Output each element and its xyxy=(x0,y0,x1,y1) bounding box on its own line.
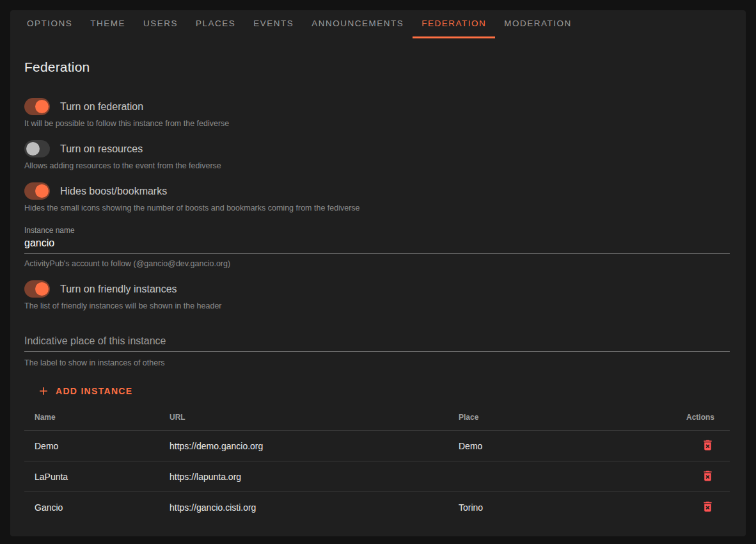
friendly-instances-toggle-label: Turn on friendly instances xyxy=(60,284,177,295)
instance-place: Torino xyxy=(448,502,653,513)
trusted-instances-table: Name URL Place Actions Demo https://demo… xyxy=(24,404,730,523)
hide-boost-toggle-hint: Hides the small icons showing the number… xyxy=(24,204,730,213)
resources-toggle[interactable] xyxy=(24,140,50,157)
admin-tabbar: OPTIONS THEME USERS PLACES EVENTS ANNOUN… xyxy=(10,10,746,38)
federation-toggle[interactable] xyxy=(24,98,50,115)
instance-place-input[interactable] xyxy=(24,333,730,352)
tab-events[interactable]: EVENTS xyxy=(244,10,303,38)
tab-announcements[interactable]: ANNOUNCEMENTS xyxy=(303,10,413,38)
tab-users[interactable]: USERS xyxy=(134,10,187,38)
tab-places[interactable]: PLACES xyxy=(187,10,244,38)
resources-toggle-hint: Allows adding resources to the event fro… xyxy=(24,161,730,171)
header-name: Name xyxy=(24,413,159,422)
tab-theme[interactable]: THEME xyxy=(81,10,134,38)
instance-place: Demo xyxy=(448,441,653,451)
add-instance-button[interactable]: ADD INSTANCE xyxy=(29,380,140,403)
instance-name-hint: ActivityPub's account to follow (@gancio… xyxy=(24,259,730,269)
hide-boost-toggle-label: Hides boost/bookmarks xyxy=(60,186,167,197)
table-row: Gancio https://gancio.cisti.org Torino xyxy=(24,492,730,523)
federation-toggle-hint: It will be possible to follow this insta… xyxy=(24,119,730,129)
table-row: LaPunta https://lapunta.org xyxy=(24,461,730,492)
instance-name-field: Instance name ActivityPub's account to f… xyxy=(24,226,730,269)
header-actions: Actions xyxy=(653,413,730,422)
instance-name-label: Instance name xyxy=(24,226,730,235)
instance-url: https://gancio.cisti.org xyxy=(159,502,448,513)
toggle-thumb xyxy=(26,142,40,156)
friendly-instances-toggle-hint: The list of friendly instances will be s… xyxy=(24,301,730,311)
toggle-thumb xyxy=(35,184,49,198)
tab-moderation[interactable]: MODERATION xyxy=(495,10,581,38)
toggle-thumb xyxy=(35,100,49,113)
instance-name-input[interactable] xyxy=(24,235,730,254)
header-url: URL xyxy=(159,413,448,422)
table-header-row: Name URL Place Actions xyxy=(24,404,730,431)
instance-place-hint: The label to show in instances of others xyxy=(24,358,730,368)
admin-panel-card: OPTIONS THEME USERS PLACES EVENTS ANNOUN… xyxy=(10,10,746,536)
instance-place-field: The label to show in instances of others xyxy=(24,333,730,368)
instance-name: LaPunta xyxy=(24,472,159,482)
delete-instance-button[interactable] xyxy=(701,438,714,452)
plus-icon xyxy=(37,385,50,397)
delete-instance-button[interactable] xyxy=(701,469,714,483)
tab-options[interactable]: OPTIONS xyxy=(18,10,81,38)
instance-name: Gancio xyxy=(24,502,159,513)
friendly-instances-switch-row: Turn on friendly instances xyxy=(24,280,730,298)
instance-url: https://demo.gancio.org xyxy=(159,441,448,451)
toggle-thumb xyxy=(35,282,49,296)
federation-settings: Federation Turn on federation It will be… xyxy=(10,59,746,523)
resources-toggle-label: Turn on resources xyxy=(60,143,143,155)
friendly-instances-toggle[interactable] xyxy=(24,280,50,298)
table-row: Demo https://demo.gancio.org Demo xyxy=(24,431,730,461)
hide-boost-switch-row: Hides boost/bookmarks xyxy=(24,182,730,200)
federation-switch-row: Turn on federation xyxy=(24,98,730,115)
instance-url: https://lapunta.org xyxy=(159,472,448,482)
delete-forever-icon xyxy=(701,444,714,454)
delete-forever-icon xyxy=(701,475,714,484)
instance-name: Demo xyxy=(24,441,159,451)
delete-instance-button[interactable] xyxy=(701,500,714,513)
hide-boost-toggle[interactable] xyxy=(24,182,50,200)
page-title: Federation xyxy=(24,59,730,75)
federation-toggle-label: Turn on federation xyxy=(60,101,143,113)
add-instance-label: ADD INSTANCE xyxy=(56,386,132,396)
delete-forever-icon xyxy=(701,506,714,515)
resources-switch-row: Turn on resources xyxy=(24,140,730,157)
header-place: Place xyxy=(448,413,653,422)
tab-federation[interactable]: FEDERATION xyxy=(413,10,495,38)
